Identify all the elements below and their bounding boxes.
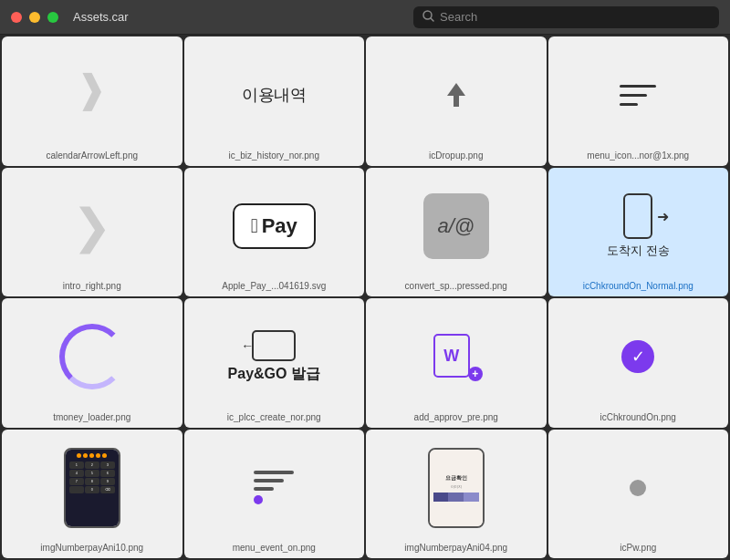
convert-icon: a/@ (423, 193, 489, 259)
asset-label: intro_right.png (63, 281, 121, 291)
traffic-minimize-button[interactable] (29, 12, 40, 23)
asset-label: imgNumberpayAni10.png (40, 543, 143, 553)
list-item[interactable]: ❯ intro_right.png (2, 168, 182, 297)
chkround-on-icon: ✓ (621, 340, 654, 373)
asset-label: imgNumberpayAni04.png (404, 543, 507, 553)
list-item[interactable]: icPw.png (548, 430, 729, 559)
list-item[interactable]: ← Pay&GO 발급 ic_plcc_create_nor.png (184, 298, 365, 428)
search-input[interactable] (440, 10, 710, 24)
calendar-arrow-icon: ❰ (76, 73, 108, 118)
asset-preview: 1 2 3 4 5 6 7 8 9 0 ⌫ (5, 437, 179, 540)
asset-label: menu_icon...nor@1x.png (587, 150, 689, 161)
traffic-maximize-button[interactable] (47, 12, 58, 23)
asset-label: icChkroundOn_Normal.png (583, 281, 694, 291)
asset-label: convert_sp...pressed.png (405, 281, 507, 291)
menu-event-icon (246, 463, 301, 512)
asset-label: icPw.png (620, 543, 656, 553)
asset-label: tmoney_loader.png (53, 412, 130, 422)
asset-preview (370, 44, 543, 147)
add-approv-icon: W + (433, 334, 479, 379)
asset-preview: W + (370, 306, 543, 409)
search-icon (422, 10, 434, 25)
asset-label: ic_plcc_create_nor.png (227, 412, 321, 422)
titlebar: Assets.car (0, 0, 730, 35)
list-item[interactable]: 1 2 3 4 5 6 7 8 9 0 ⌫ imgNumber (2, 430, 182, 559)
asset-preview (5, 306, 179, 409)
list-item[interactable]: a/@ convert_sp...pressed.png (366, 168, 547, 297)
list-item[interactable]: ❰ calendarArrowLeft.png (2, 36, 182, 166)
asset-preview: ❯ (5, 175, 179, 278)
asset-preview: ❰ (5, 44, 179, 147)
search-bar (413, 6, 719, 28)
biz-history-icon: 이용내역 (242, 84, 306, 106)
asset-label: ic_biz_history_nor.png (228, 150, 319, 161)
tmoney-loader-icon (59, 324, 125, 389)
asset-preview: 이용내역 (188, 44, 361, 147)
asset-grid: ❰ calendarArrowLeft.png 이용내역 ic_biz_hist… (0, 35, 730, 560)
asset-preview:  Pay (188, 175, 361, 278)
asset-preview (188, 437, 361, 540)
list-item[interactable]: 요금확인 이미지 imgNumberpayAni04.png (366, 430, 547, 559)
list-item[interactable]: tmoney_loader.png (2, 298, 182, 428)
phone-light-icon: 요금확인 이미지 (428, 448, 485, 528)
icpw-icon (630, 480, 646, 496)
list-item[interactable]:  Pay Apple_Pay_...041619.svg (184, 168, 365, 297)
apple-pay-icon:  Pay (233, 203, 316, 249)
asset-preview: ➜ 도착지 전송 (552, 175, 725, 278)
asset-preview: ✓ (552, 306, 725, 409)
list-item[interactable]: ✓ icChkroundOn.png (548, 298, 729, 428)
phone-dark-icon: 1 2 3 4 5 6 7 8 9 0 ⌫ (64, 448, 120, 528)
asset-label: calendarArrowLeft.png (46, 150, 138, 161)
asset-label: Apple_Pay_...041619.svg (222, 281, 326, 291)
list-item[interactable]: ➜ 도착지 전송 icChkroundOn_Normal.png (548, 168, 729, 297)
asset-preview: ← Pay&GO 발급 (188, 306, 361, 409)
list-item[interactable]: 이용내역 ic_biz_history_nor.png (184, 36, 365, 166)
titlebar-left: Assets.car (11, 10, 129, 24)
asset-label: icChkroundOn.png (600, 412, 676, 422)
dropup-icon (447, 83, 465, 107)
asset-preview (552, 44, 725, 147)
list-item[interactable]: menu_event_on.png (184, 430, 365, 559)
asset-preview: 요금확인 이미지 (370, 437, 543, 540)
dest-icon: ➜ 도착지 전송 (607, 193, 670, 259)
menu-icon (620, 81, 656, 109)
asset-label: icDropup.png (429, 150, 483, 161)
list-item[interactable]: menu_icon...nor@1x.png (548, 36, 729, 166)
traffic-close-button[interactable] (11, 12, 22, 23)
list-item[interactable]: W + add_approv_pre.png (366, 298, 547, 428)
asset-preview (552, 437, 725, 540)
window-title: Assets.car (73, 10, 129, 24)
intro-right-icon: ❯ (72, 202, 112, 250)
asset-label: menu_event_on.png (233, 543, 316, 553)
asset-label: add_approv_pre.png (414, 412, 498, 422)
list-item[interactable]: icDropup.png (366, 36, 547, 166)
svg-line-1 (431, 18, 433, 21)
asset-preview: a/@ (370, 175, 543, 278)
paygo-icon: ← Pay&GO 발급 (228, 330, 320, 384)
